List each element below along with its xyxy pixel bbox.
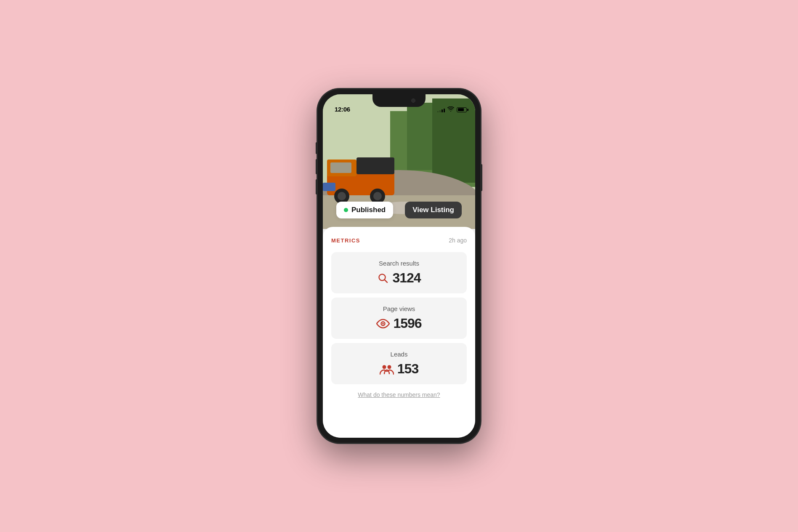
battery-icon: [457, 107, 467, 112]
metrics-title: METRICS: [331, 237, 360, 244]
phone-notch: [372, 94, 426, 107]
signal-icon: [437, 107, 445, 112]
metric-search-value-row: 3124: [340, 270, 458, 286]
volume-up-button: [316, 159, 317, 174]
view-listing-label: View Listing: [412, 206, 454, 214]
view-listing-button[interactable]: View Listing: [405, 202, 462, 218]
metric-leads-label: Leads: [340, 351, 458, 358]
svg-point-10: [338, 192, 346, 200]
metric-leads-number: 153: [397, 361, 418, 377]
svg-rect-14: [323, 183, 335, 191]
volume-down-button: [316, 179, 317, 194]
search-icon: [377, 272, 389, 284]
published-badge: Published: [336, 202, 393, 218]
metric-search-label: Search results: [340, 260, 458, 267]
status-icons: [437, 106, 467, 113]
svg-rect-13: [356, 157, 394, 174]
front-camera: [411, 98, 415, 103]
metric-leads-value-row: 153: [340, 361, 458, 377]
svg-rect-8: [330, 162, 351, 173]
signal-bar-3: [442, 109, 443, 112]
metrics-header: METRICS 2h ago: [331, 237, 467, 244]
metric-search-results: Search results 3124: [331, 252, 467, 293]
published-label: Published: [351, 206, 386, 214]
metric-pageviews-value-row: 1596: [340, 316, 458, 331]
help-link-text[interactable]: What do these numbers mean?: [358, 391, 440, 398]
phone-screen: 12:06: [323, 94, 475, 438]
metric-leads: Leads: [331, 343, 467, 384]
svg-point-21: [382, 365, 386, 369]
metrics-updated-time: 2h ago: [449, 237, 467, 244]
help-link-container[interactable]: What do these numbers mean?: [331, 391, 467, 399]
metric-page-views: Page views 1596: [331, 298, 467, 339]
signal-bar-1: [437, 111, 439, 112]
phone-device: 12:06: [317, 88, 481, 444]
metrics-card: METRICS 2h ago Search results 3124: [323, 227, 475, 438]
people-icon: [380, 364, 394, 375]
svg-point-22: [387, 365, 391, 369]
status-time: 12:06: [335, 106, 350, 113]
svg-line-18: [385, 279, 388, 282]
metric-pageviews-number: 1596: [393, 316, 421, 331]
svg-point-20: [382, 323, 384, 325]
metric-search-number: 3124: [392, 270, 420, 286]
mute-button: [316, 142, 317, 154]
wifi-icon: [447, 106, 454, 113]
metric-pageviews-label: Page views: [340, 305, 458, 312]
signal-bar-2: [439, 110, 441, 112]
published-dot: [344, 208, 348, 212]
svg-point-12: [373, 192, 382, 200]
eye-icon: [376, 319, 390, 329]
power-button: [481, 164, 482, 191]
signal-bar-4: [444, 109, 445, 112]
battery-fill: [458, 108, 464, 111]
